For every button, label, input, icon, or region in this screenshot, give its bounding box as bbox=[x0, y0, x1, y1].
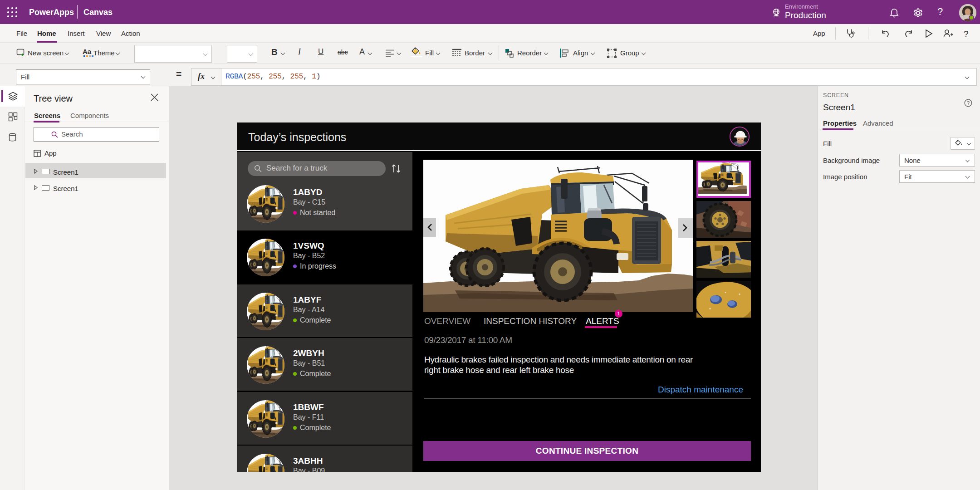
svg-text:?: ? bbox=[967, 100, 970, 106]
